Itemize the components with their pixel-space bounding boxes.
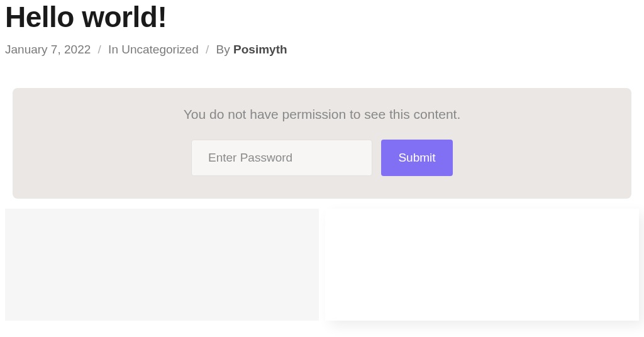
right-panel — [325, 209, 639, 321]
page-title: Hello world! — [5, 0, 639, 34]
post-category[interactable]: Uncategorized — [121, 43, 199, 56]
submit-button[interactable]: Submit — [381, 140, 453, 176]
left-panel — [5, 209, 319, 321]
category-prefix: In — [108, 43, 121, 56]
post-date: January 7, 2022 — [5, 43, 91, 56]
post-author[interactable]: Posimyth — [233, 43, 287, 56]
meta-separator: / — [98, 43, 101, 56]
content-panels — [0, 209, 644, 321]
protected-content-box: You do not have permission to see this c… — [13, 88, 631, 199]
password-form: Submit — [25, 140, 619, 176]
post-meta: January 7, 2022 / In Uncategorized / By … — [5, 43, 639, 57]
meta-separator: / — [206, 43, 209, 56]
permission-message: You do not have permission to see this c… — [25, 107, 619, 122]
author-prefix: By — [216, 43, 233, 56]
password-input[interactable] — [191, 140, 372, 176]
